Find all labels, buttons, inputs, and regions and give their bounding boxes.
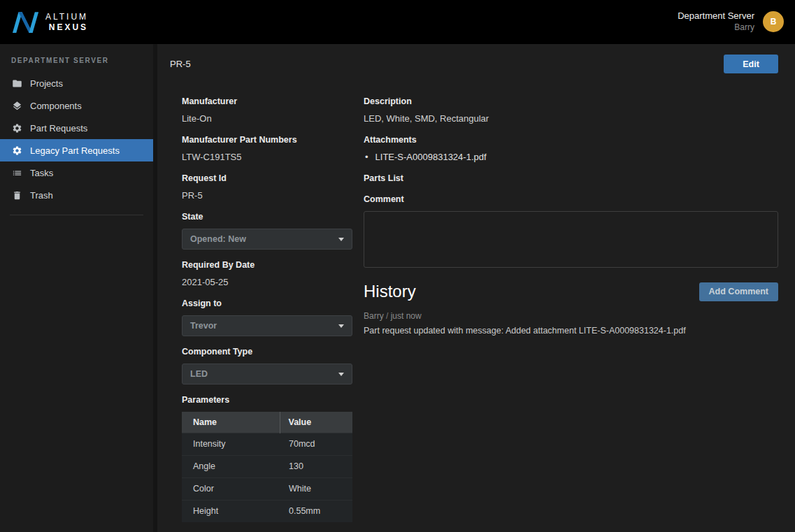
add-comment-button[interactable]: Add Comment <box>699 282 778 301</box>
trash-icon <box>11 189 22 201</box>
request-id-field: Request Id PR-5 <box>182 173 352 201</box>
parameters-col-name: Name <box>182 412 280 433</box>
sidebar: DEPARTMENT SERVER Projects Components Pa… <box>0 44 153 532</box>
left-column: Manufacturer Lite-On Manufacturer Part N… <box>182 96 352 532</box>
sidebar-item-label: Projects <box>30 78 63 89</box>
history-time: just now <box>384 311 422 321</box>
brand-line2: NEXUS <box>45 22 88 33</box>
mpn-label: Manufacturer Part Numbers <box>182 134 352 145</box>
attachments-field: Attachments LITE-S-A0009831324-1.pdf <box>364 134 778 163</box>
parts-list-field: Parts List <box>364 173 778 184</box>
sidebar-section-label: DEPARTMENT SERVER <box>0 44 153 72</box>
assign-to-label: Assign to <box>182 298 352 309</box>
param-value: 130 <box>280 455 352 477</box>
brand-logo: ALTIUM NEXUS <box>11 10 88 34</box>
sidebar-item-legacy-part-requests[interactable]: Legacy Part Requests <box>0 139 153 161</box>
sidebar-item-part-requests[interactable]: Part Requests <box>0 117 153 139</box>
param-name: Height <box>182 500 280 522</box>
state-label: State <box>182 211 352 222</box>
history-title: History <box>364 282 416 301</box>
sidebar-item-label: Part Requests <box>30 123 87 134</box>
chevron-down-icon <box>338 238 344 241</box>
sidebar-item-label: Components <box>30 101 82 111</box>
parts-list-label: Parts List <box>364 173 778 184</box>
right-column: Description LED, White, SMD, Rectangular… <box>364 96 778 532</box>
param-name: Angle <box>182 455 280 477</box>
comment-textarea[interactable] <box>364 211 778 268</box>
manufacturer-field: Manufacturer Lite-On <box>182 96 352 124</box>
parameters-col-value: Value <box>280 412 352 433</box>
folder-icon <box>11 78 22 89</box>
component-type-label: Component Type <box>182 346 352 357</box>
attachment-link[interactable]: LITE-S-A0009831324-1.pdf <box>364 152 778 163</box>
param-name: Color <box>182 477 280 500</box>
param-value: 70mcd <box>280 433 352 455</box>
top-header: ALTIUM NEXUS Department Server Barry B <box>0 0 795 44</box>
request-id-label: Request Id <box>182 173 352 184</box>
description-field: Description LED, White, SMD, Rectangular <box>364 96 778 124</box>
avatar[interactable]: B <box>763 11 784 32</box>
assign-to-field: Assign to Trevor <box>182 298 352 336</box>
state-select-value: Opened: New <box>190 234 246 244</box>
sidebar-divider <box>10 215 143 215</box>
attachments-label: Attachments <box>364 134 778 145</box>
component-type-select-value: LED <box>190 369 208 379</box>
history-header-row: History Add Comment <box>364 282 778 301</box>
main-content: PR-5 Edit Manufacturer Lite-On Manufactu… <box>157 44 795 532</box>
detail-columns: Manufacturer Lite-On Manufacturer Part N… <box>157 73 795 532</box>
comment-field: Comment <box>364 194 778 271</box>
history-entry-meta: Barryjust now <box>364 311 778 322</box>
component-type-select[interactable]: LED <box>182 364 352 384</box>
brand-line1: ALTIUM <box>45 12 88 22</box>
sidebar-item-trash[interactable]: Trash <box>0 184 153 206</box>
parameters-field: Parameters Name Value Intensity 70mcd <box>182 394 352 522</box>
header-right: Department Server Barry B <box>678 10 784 33</box>
table-row: Height 0.55mm <box>182 500 352 522</box>
param-name: Intensity <box>182 433 280 455</box>
parameters-table: Name Value Intensity 70mcd Angle 130 <box>182 412 352 522</box>
param-value: 0.55mm <box>280 500 352 522</box>
list-icon <box>11 167 22 178</box>
server-user-block: Department Server Barry <box>678 10 754 33</box>
altium-n-logo-icon <box>11 10 39 34</box>
chevron-down-icon <box>338 324 344 328</box>
mpn-field: Manufacturer Part Numbers LTW-C191TS5 <box>182 134 352 163</box>
component-type-field: Component Type LED <box>182 346 352 384</box>
gear-icon <box>11 122 22 134</box>
table-row: Angle 130 <box>182 455 352 477</box>
description-label: Description <box>364 96 778 107</box>
attachments-list: LITE-S-A0009831324-1.pdf <box>364 152 778 163</box>
user-name: Barry <box>678 22 754 34</box>
comment-label: Comment <box>364 194 778 205</box>
sidebar-item-label: Legacy Part Requests <box>30 145 120 156</box>
table-row: Intensity 70mcd <box>182 433 352 455</box>
assign-to-select[interactable]: Trevor <box>182 315 352 336</box>
chevron-down-icon <box>338 373 344 376</box>
table-row: Color White <box>182 477 352 500</box>
required-by-field: Required By Date 2021-05-25 <box>182 259 352 288</box>
server-name: Department Server <box>678 10 754 22</box>
edit-button[interactable]: Edit <box>724 55 778 73</box>
param-value: White <box>280 477 352 500</box>
history-author: Barry <box>364 311 384 321</box>
state-field: State Opened: New <box>182 211 352 250</box>
parameters-header-row: Name Value <box>182 412 352 433</box>
description-value: LED, White, SMD, Rectangular <box>364 113 778 124</box>
state-select[interactable]: Opened: New <box>182 229 352 250</box>
manufacturer-label: Manufacturer <box>182 96 352 107</box>
manufacturer-value: Lite-On <box>182 113 352 124</box>
gear-icon <box>11 145 22 156</box>
layers-icon <box>11 100 22 111</box>
sidebar-item-components[interactable]: Components <box>0 94 153 117</box>
history-message: Part request updated with message: Added… <box>364 325 778 336</box>
sidebar-item-tasks[interactable]: Tasks <box>0 161 153 184</box>
assign-to-select-value: Trevor <box>190 321 217 331</box>
history-entry: Barryjust now Part request updated with … <box>364 311 778 336</box>
required-by-value: 2021-05-25 <box>182 277 352 288</box>
request-id-value: PR-5 <box>182 190 352 201</box>
sidebar-item-projects[interactable]: Projects <box>0 72 153 94</box>
mpn-value: LTW-C191TS5 <box>182 152 352 163</box>
title-row: PR-5 Edit <box>157 44 795 73</box>
required-by-label: Required By Date <box>182 259 352 271</box>
sidebar-item-label: Trash <box>30 190 53 201</box>
